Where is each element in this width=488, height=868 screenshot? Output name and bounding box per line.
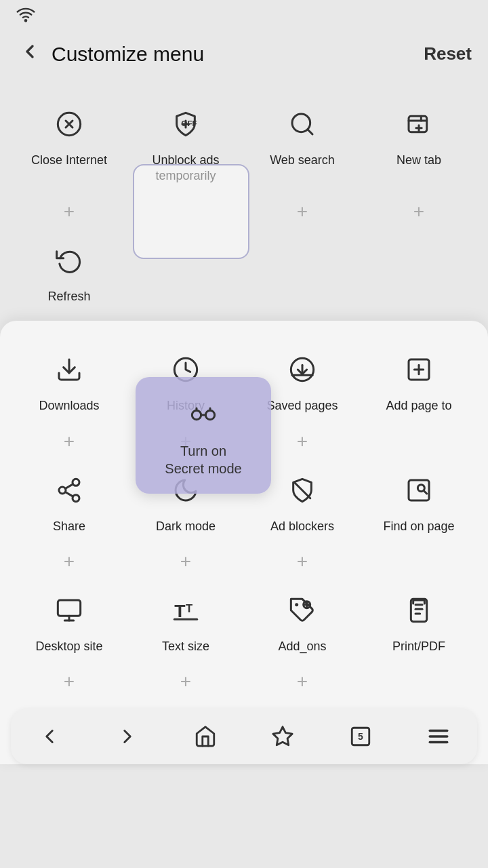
text-size-icon: T T xyxy=(164,589,207,632)
nav-tabs-button[interactable]: 5 xyxy=(344,719,378,753)
svg-line-28 xyxy=(294,482,310,498)
nav-forward-button[interactable] xyxy=(110,719,144,753)
plus-row-1: + + + xyxy=(0,195,488,228)
menu-item-add-page-to[interactable]: Add page to xyxy=(361,337,477,425)
svg-text:OFF: OFF xyxy=(181,119,197,127)
print-pdf-icon xyxy=(397,589,441,632)
add-page-to-label: Add page to xyxy=(386,398,451,414)
ad-blockers-icon xyxy=(281,469,324,512)
menu-item-desktop-site[interactable]: Desktop site xyxy=(11,578,127,665)
close-internet-label: Close Internet xyxy=(31,153,107,168)
downloads-icon xyxy=(47,348,91,391)
plus-btn-3[interactable]: + xyxy=(361,195,477,228)
svg-rect-9 xyxy=(409,116,427,132)
nav-bar: 5 xyxy=(11,709,477,764)
dark-mode-label: Dark mode xyxy=(156,519,216,534)
svg-rect-32 xyxy=(58,600,80,616)
downloads-label: Downloads xyxy=(39,398,99,414)
saved-pages-icon xyxy=(281,348,324,391)
saved-pages-label: Saved pages xyxy=(266,398,338,414)
plus-btn-7[interactable]: + xyxy=(11,545,127,578)
add-ons-label: Add_ons xyxy=(278,639,326,654)
plus-row-3: + + + xyxy=(0,545,488,578)
secret-mode-icon xyxy=(182,393,225,437)
reset-button[interactable]: Reset xyxy=(424,43,472,64)
plus-btn-8[interactable]: + xyxy=(127,545,244,578)
plus-btn-10[interactable]: + xyxy=(11,665,127,698)
desktop-site-icon xyxy=(47,589,91,632)
bottom-row-3: Desktop site T T Text size xyxy=(0,578,488,665)
web-search-icon xyxy=(281,102,324,146)
svg-text:T: T xyxy=(174,601,185,621)
new-tab-icon xyxy=(397,102,441,146)
svg-line-27 xyxy=(65,484,73,488)
nav-menu-button[interactable] xyxy=(422,719,455,753)
menu-item-share[interactable]: Share xyxy=(11,458,127,545)
menu-item-close-internet[interactable]: Close Internet xyxy=(11,92,127,195)
new-tab-label: New tab xyxy=(396,153,441,168)
plus-btn-9[interactable]: + xyxy=(244,545,361,578)
share-label: Share xyxy=(53,519,85,534)
find-on-page-label: Find on page xyxy=(383,519,454,534)
empty-slot-3 xyxy=(361,228,477,315)
plus-btn-2[interactable]: + xyxy=(244,195,361,228)
tab-count: 5 xyxy=(358,731,363,742)
desktop-site-label: Desktop site xyxy=(35,639,102,654)
svg-text:T: T xyxy=(186,602,192,615)
close-internet-icon xyxy=(47,102,91,146)
nav-bookmarks-button[interactable] xyxy=(266,719,300,753)
plus-btn-11[interactable]: + xyxy=(127,665,244,698)
plus-row-4: + + + xyxy=(0,665,488,698)
svg-point-0 xyxy=(25,20,26,21)
plus-btn-12[interactable]: + xyxy=(244,665,361,698)
placeholder-box xyxy=(133,164,249,259)
menu-item-refresh[interactable]: Refresh xyxy=(11,228,127,315)
nav-back-button[interactable] xyxy=(33,719,66,753)
wifi-icon xyxy=(16,5,35,28)
refresh-icon xyxy=(47,239,91,282)
page-title: Customize menu xyxy=(52,43,204,66)
svg-line-8 xyxy=(308,130,312,134)
refresh-label: Refresh xyxy=(47,289,90,304)
header-left: Customize menu xyxy=(16,38,204,70)
svg-rect-14 xyxy=(192,410,201,419)
text-size-label: Text size xyxy=(162,639,209,654)
menu-item-find-on-page[interactable]: Find on page xyxy=(361,458,477,545)
ad-blockers-label: Ad blockers xyxy=(270,519,334,534)
menu-item-print-pdf[interactable]: Print/PDF xyxy=(361,578,477,665)
menu-item-web-search[interactable]: Web search xyxy=(244,92,361,195)
nav-home-button[interactable] xyxy=(188,719,222,753)
print-pdf-label: Print/PDF xyxy=(392,639,445,654)
secret-mode-label: Turn onSecret mode xyxy=(165,442,241,477)
status-bar xyxy=(0,0,488,33)
unblock-ads-icon: OFF xyxy=(164,102,207,146)
add-ons-icon xyxy=(281,589,324,632)
back-button[interactable] xyxy=(16,38,43,70)
menu-item-new-tab[interactable]: New tab xyxy=(361,92,477,195)
menu-item-text-size[interactable]: T T Text size xyxy=(127,578,244,665)
web-search-label: Web search xyxy=(270,153,335,168)
top-section: Close Internet OFF Unblock adstemporaril… xyxy=(0,81,488,321)
menu-item-add-ons[interactable]: Add_ons xyxy=(244,578,361,665)
tab-badge: 5 xyxy=(349,725,372,748)
secret-mode-card[interactable]: Turn onSecret mode xyxy=(136,377,271,494)
plus-btn-1[interactable]: + xyxy=(11,195,127,228)
svg-line-31 xyxy=(424,490,427,494)
header: Customize menu Reset xyxy=(0,33,488,81)
find-on-page-icon xyxy=(397,469,441,512)
share-icon xyxy=(47,469,91,512)
empty-slot-2 xyxy=(244,228,361,315)
menu-item-downloads[interactable]: Downloads xyxy=(11,337,127,425)
svg-line-26 xyxy=(65,492,73,496)
svg-marker-46 xyxy=(273,727,292,745)
svg-rect-15 xyxy=(205,410,214,419)
add-page-to-icon xyxy=(397,348,441,391)
plus-btn-4[interactable]: + xyxy=(11,425,127,458)
